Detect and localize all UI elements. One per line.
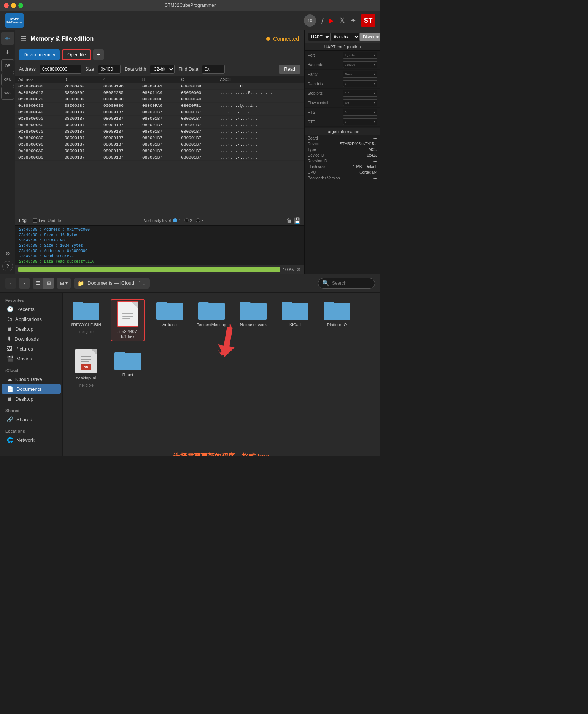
sidebar-item-documents[interactable]: 📄 Documents bbox=[2, 384, 61, 394]
config-value[interactable]: 1.0 ▾ bbox=[343, 90, 377, 97]
sidebar-cpu-icon[interactable]: CPU bbox=[1, 73, 14, 86]
file-item[interactable]: KiCad bbox=[278, 299, 312, 341]
config-key: DTR bbox=[308, 120, 316, 124]
trash-icon[interactable]: 🗑 bbox=[286, 217, 292, 224]
social-icons: 10 𝑓 ▶ 𝕏 ✦ ST bbox=[304, 14, 375, 27]
sidebar-ob-icon[interactable]: OB bbox=[1, 59, 14, 72]
social-link-icon[interactable]: ✦ bbox=[350, 16, 356, 25]
downloads-label: Downloads bbox=[14, 336, 39, 342]
file-item[interactable]: stm32f407-ld1.hex bbox=[111, 299, 145, 341]
search-icon: 🔍 bbox=[322, 279, 330, 287]
sidebar-item-pictures[interactable]: 🖼 Pictures bbox=[2, 344, 61, 354]
maximize-button[interactable] bbox=[18, 3, 23, 8]
config-value[interactable]: 115200 ▾ bbox=[343, 61, 377, 68]
sidebar-download-icon[interactable]: ⬇ bbox=[1, 46, 14, 59]
location-label: Documents — iCloud bbox=[87, 280, 134, 286]
add-tab-button[interactable]: + bbox=[93, 49, 104, 60]
sidebar-item-downloads[interactable]: ⬇ Downloads bbox=[2, 334, 61, 344]
file-item[interactable]: Netease_work bbox=[236, 299, 270, 341]
file-name: PlatformIO bbox=[327, 322, 347, 327]
sidebar-item-network[interactable]: 🌐 Network bbox=[2, 435, 61, 445]
file-item[interactable]: PlatformIO bbox=[320, 299, 354, 341]
shared-label: Shared bbox=[16, 417, 32, 422]
downloads-icon: ⬇ bbox=[7, 336, 11, 342]
badge-icon[interactable]: 10 bbox=[304, 14, 316, 27]
sidebar-item-movies[interactable]: 🎬 Movies bbox=[2, 354, 61, 363]
data-width-select[interactable]: 32-bit bbox=[150, 65, 175, 74]
sidebar-help-icon[interactable]: ? bbox=[2, 261, 13, 271]
config-value[interactable]: 8 ▾ bbox=[343, 80, 377, 87]
find-data-input[interactable] bbox=[202, 65, 225, 74]
disconnect-button[interactable]: Disconnect bbox=[360, 33, 380, 41]
target-value: Cortex-M4 bbox=[359, 170, 377, 175]
cell-8: 08000FA9 bbox=[139, 103, 178, 109]
cell-8: 080001B7 bbox=[139, 135, 178, 141]
sidebar-item-shared[interactable]: 🔗 Shared bbox=[2, 414, 61, 424]
chevron-icon: ▾ bbox=[374, 111, 375, 114]
target-value: 0x413 bbox=[367, 153, 377, 157]
cell-4: 0800019D bbox=[100, 83, 139, 90]
sidebar-item-desktop2[interactable]: 🖥 Desktop bbox=[2, 394, 61, 404]
youtube-icon[interactable]: ▶ bbox=[329, 16, 334, 25]
read-button[interactable]: Read bbox=[279, 65, 300, 74]
config-value-text: 8 bbox=[345, 82, 346, 86]
verbosity-1[interactable]: 1 bbox=[173, 218, 181, 223]
address-input[interactable] bbox=[40, 65, 81, 74]
file-item[interactable]: $RECYCLE.BIN Ineligible bbox=[69, 299, 103, 341]
open-file-tab[interactable]: Open file bbox=[62, 49, 91, 60]
live-update-control[interactable]: Live Update bbox=[33, 218, 61, 223]
cell-c: 080001B7 bbox=[178, 141, 217, 148]
progress-close-icon[interactable]: ✕ bbox=[297, 267, 301, 273]
search-box[interactable]: 🔍 bbox=[318, 278, 375, 289]
cell-4: 080001B7 bbox=[100, 135, 139, 141]
applications-label: Applications bbox=[15, 316, 42, 322]
twitter-icon[interactable]: 𝕏 bbox=[339, 16, 345, 25]
close-button[interactable] bbox=[4, 3, 9, 8]
sidebar-item-icloud-drive[interactable]: ☁ iCloud Drive bbox=[2, 374, 61, 384]
live-update-checkbox[interactable] bbox=[33, 218, 37, 223]
save-log-icon[interactable]: 💾 bbox=[294, 217, 300, 224]
list-view-button[interactable]: ☰ bbox=[33, 278, 43, 289]
sidebar-settings-icon[interactable]: ⚙ bbox=[1, 247, 14, 260]
table-row: 0x08000080 080001B7 080001B7 080001B7 08… bbox=[15, 135, 304, 141]
config-key: Flow control bbox=[308, 101, 328, 105]
config-value[interactable]: tty.usbs... ▾ bbox=[343, 52, 377, 59]
back-button[interactable]: ‹ bbox=[5, 278, 16, 289]
window-controls[interactable] bbox=[4, 3, 23, 8]
sidebar-edit-icon[interactable]: ✏ bbox=[1, 32, 14, 45]
sidebar-item-recents[interactable]: 🕐 Recents bbox=[2, 304, 61, 314]
config-value[interactable]: None ▾ bbox=[343, 71, 377, 78]
config-value[interactable]: 0 ▾ bbox=[343, 118, 377, 125]
file-item[interactable]: Arduino bbox=[153, 299, 187, 341]
sidebar-item-desktop[interactable]: 🖥 Desktop bbox=[2, 324, 61, 334]
annotation-text: 选择需要更新的程序，格式 hex bbox=[63, 449, 380, 456]
verbosity-3[interactable]: 3 bbox=[196, 218, 203, 223]
menu-icon[interactable]: ☰ bbox=[21, 35, 27, 43]
forward-button[interactable]: › bbox=[19, 278, 30, 289]
device-memory-tab[interactable]: Device memory bbox=[19, 49, 60, 60]
search-input[interactable] bbox=[332, 281, 370, 286]
uart-select[interactable]: UART bbox=[308, 33, 331, 41]
sidebar-swv-icon[interactable]: SWV bbox=[1, 87, 14, 100]
cell-0: 080001B7 bbox=[62, 148, 100, 154]
target-key: Flash size bbox=[308, 165, 325, 169]
icloud-drive-icon: ☁ bbox=[7, 376, 12, 382]
facebook-icon[interactable]: 𝑓 bbox=[321, 17, 323, 25]
file-item[interactable]: DB desktop.ini Ineligible bbox=[69, 349, 103, 387]
config-value[interactable]: 0 ▾ bbox=[343, 109, 377, 116]
location-breadcrumb[interactable]: 📁 Documents — iCloud ⌃⌄ bbox=[74, 278, 150, 289]
sidebar-item-applications[interactable]: 🗂 Applications bbox=[2, 314, 61, 324]
app-logo: STM32 CubeProgrammer bbox=[5, 13, 24, 28]
config-key: Data bits bbox=[308, 82, 323, 86]
log-title: Log bbox=[19, 218, 27, 223]
config-value[interactable]: Off ▾ bbox=[343, 99, 377, 106]
verbosity-2[interactable]: 2 bbox=[184, 218, 192, 223]
view-dropdown[interactable]: ⊟ ▾ bbox=[57, 278, 71, 289]
file-item[interactable]: TencentMeeting bbox=[194, 299, 229, 341]
size-input[interactable] bbox=[98, 65, 121, 74]
grid-view-button[interactable]: ⊞ bbox=[43, 278, 54, 289]
cell-8: 08000FA1 bbox=[139, 83, 178, 90]
file-item[interactable]: React bbox=[111, 349, 145, 387]
port-select[interactable]: tty.usbs... bbox=[331, 33, 360, 41]
minimize-button[interactable] bbox=[11, 3, 16, 8]
